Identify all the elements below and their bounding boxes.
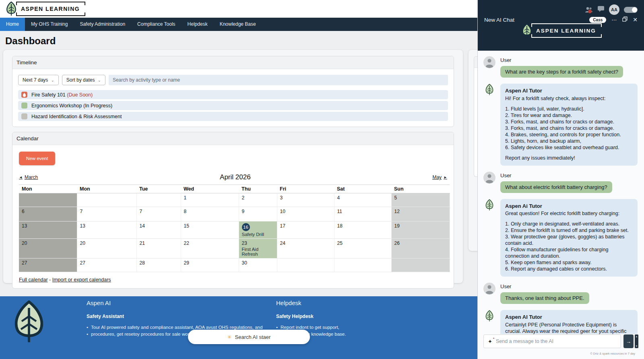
calendar-cell[interactable]: 3 (277, 193, 334, 207)
sort-filter-label: Sort by dates (66, 77, 95, 83)
ai-list-line: 3. Wear protective gear (gloves, goggles… (505, 234, 633, 246)
calendar-cell[interactable] (136, 193, 181, 207)
ai-list-line: 4. Follow manufacturer guidelines for ch… (505, 246, 633, 259)
calendar-cell[interactable]: 7 (77, 207, 136, 222)
import-export-calendars-link[interactable]: Import or export calendars (52, 277, 111, 283)
next-month-link[interactable]: May ► (432, 174, 447, 180)
footer-safety-helpdesk-subtitle: Safety Helpdesk (276, 314, 346, 319)
new-event-button[interactable]: New event (19, 152, 55, 165)
day-header: Mon (19, 185, 77, 193)
calendar-cell[interactable]: 10 (277, 207, 334, 222)
chat-bubble-icon[interactable] (597, 6, 605, 14)
calendar-cell[interactable]: 14 (136, 222, 181, 239)
nav-item-safety-administration[interactable]: Safety Administration (74, 18, 131, 31)
ai-message-intro: Certainlyt PPE (Personal Protective Equi… (505, 322, 633, 334)
ai-list-line: 2. Tires for wear and damage. (505, 112, 633, 119)
calendar-cell[interactable] (277, 258, 334, 272)
calendar-cell[interactable]: 22 (181, 239, 239, 258)
calendar-cell[interactable]: 1 (181, 193, 239, 207)
calendar-cell[interactable]: 9 (239, 207, 277, 222)
send-button[interactable]: → (623, 334, 634, 348)
calendar-card-title: Calendar (12, 132, 454, 145)
calendar-cell[interactable]: 27 (19, 258, 77, 272)
calendar-cell[interactable] (334, 258, 391, 272)
calendar-cell-first-aid-refresh[interactable]: 23 First Aid Refresh (239, 239, 277, 258)
ai-list-line: 3. Forks, mast, and chains for cracks or… (505, 119, 633, 125)
link-separator: - (49, 277, 51, 283)
calendar-cell[interactable]: 15 (181, 222, 239, 239)
timeline-item-hazard-identification[interactable]: Hazard Identification & Risk Assessment (18, 112, 448, 121)
calendar-cell[interactable]: 28 (136, 258, 181, 272)
toggle-switch[interactable] (624, 7, 638, 13)
calendar-cell[interactable]: 29 (181, 258, 239, 272)
event-label[interactable]: Safety Drill (242, 232, 274, 237)
chat-message-input[interactable] (496, 338, 617, 344)
calendar-cell[interactable]: 17 (277, 222, 334, 239)
calendar-cell[interactable] (391, 258, 450, 272)
calendar-cell-safety-drill[interactable]: 16 Safety Drill (239, 222, 277, 239)
gray-square-icon (21, 113, 27, 119)
event-label[interactable]: First Aid Refresh (242, 247, 274, 256)
calendar-cell[interactable] (19, 193, 77, 207)
ai-list-line: 2. Ensure the forklift is turned off and… (505, 227, 633, 234)
calendar-cell[interactable]: 13 (77, 222, 136, 239)
calendar-cell[interactable]: 19 (391, 222, 450, 239)
calendar-cell[interactable]: 11 (334, 207, 391, 222)
calendar-cell[interactable]: 2 (239, 193, 277, 207)
nav-item-helpdesk[interactable]: Helpdesk (182, 18, 214, 31)
full-calendar-link[interactable]: Full calendar (19, 277, 48, 283)
timeline-item-label: Ergonomics Workshop (In Progress) (31, 103, 112, 109)
calendar-cell[interactable]: 25 (334, 239, 391, 258)
brand-name: ASPEN LEARNING (536, 28, 596, 34)
nav-item-knowledge-base[interactable]: Knowledge Base (214, 18, 262, 31)
calendar-cell[interactable]: 26 (391, 239, 450, 258)
activity-search-input[interactable] (109, 75, 448, 85)
bullet-icon: • (276, 325, 278, 330)
prev-month-link[interactable]: ◄ March (19, 174, 38, 180)
user-avatar-initials[interactable]: AA (609, 4, 619, 15)
range-filter-dropdown[interactable]: Next 7 days ⌄ (18, 75, 59, 85)
nav-item-home[interactable]: Home (0, 18, 25, 31)
calendar-cell[interactable]: 27 (77, 258, 136, 272)
calendar-cell[interactable]: 12 (391, 207, 450, 222)
calendar-cell[interactable] (77, 193, 136, 207)
user-avatar-icon (483, 172, 495, 184)
timeline-item-fire-safety[interactable]: Fire Safety 101 (Due Soon) (18, 90, 448, 99)
message-sender: User (500, 172, 638, 178)
ai-list-line: 6. Safety devices like seatblet and over… (505, 144, 633, 151)
close-icon[interactable]: ✕ (633, 16, 638, 23)
prev-month-label: March (25, 174, 38, 180)
nav-item-my-ohs-training[interactable]: My OHS Training (25, 18, 74, 31)
sort-filter-dropdown[interactable]: Sort by dates ⌄ (62, 75, 105, 85)
nav-item-compliance-tools[interactable]: Compliance Tools (131, 18, 182, 31)
calendar-cell[interactable]: 6 (19, 207, 77, 222)
search-ai-button[interactable]: ✳ Search AI staer (188, 330, 310, 344)
calendar-card: Calendar New event ◄ March April 2026 Ma… (12, 132, 454, 289)
user-avatar-icon (483, 56, 495, 68)
range-filter-label: Next 7 days (23, 77, 48, 83)
chat-scrollbar[interactable]: ▲▼ (635, 334, 638, 348)
calendar-cell[interactable]: 30 (239, 258, 277, 272)
cass-badge[interactable]: Cass (589, 17, 606, 23)
people-icon[interactable] (585, 6, 593, 13)
leaf-logo-icon (520, 23, 534, 38)
restore-window-icon[interactable] (622, 16, 627, 23)
timeline-item-ergonomics[interactable]: Ergonomics Workshop (In Progress) (18, 101, 448, 110)
calendar-cell[interactable]: 5 (391, 193, 450, 207)
calendar-cell[interactable]: 7 (136, 207, 181, 222)
calendar-cell[interactable]: 24 (277, 239, 334, 258)
day-header: Fri (277, 185, 334, 193)
calendar-cell[interactable]: 8 (181, 207, 239, 222)
chat-message-user: User Thanks, one last thing about PPE. (483, 283, 638, 304)
calendar-cell[interactable]: 21 (136, 239, 181, 258)
calendar-cell[interactable]: 20 (77, 239, 136, 258)
calendar-cell[interactable]: 20 (19, 239, 77, 258)
more-options-icon[interactable]: ⋯ (611, 17, 617, 23)
calendar-cell[interactable]: 18 (334, 222, 391, 239)
timeline-card-title: Timeline (12, 56, 454, 69)
message-sender: Aspen AI Tutor (505, 88, 633, 94)
ai-message-bubble: Aspen Ai Tutor Great question! For elect… (500, 199, 638, 277)
calendar-cell[interactable]: 13 (19, 222, 77, 239)
calendar-cell[interactable]: 4 (334, 193, 391, 207)
message-sender: Aspen Ai Tutor (505, 203, 633, 210)
